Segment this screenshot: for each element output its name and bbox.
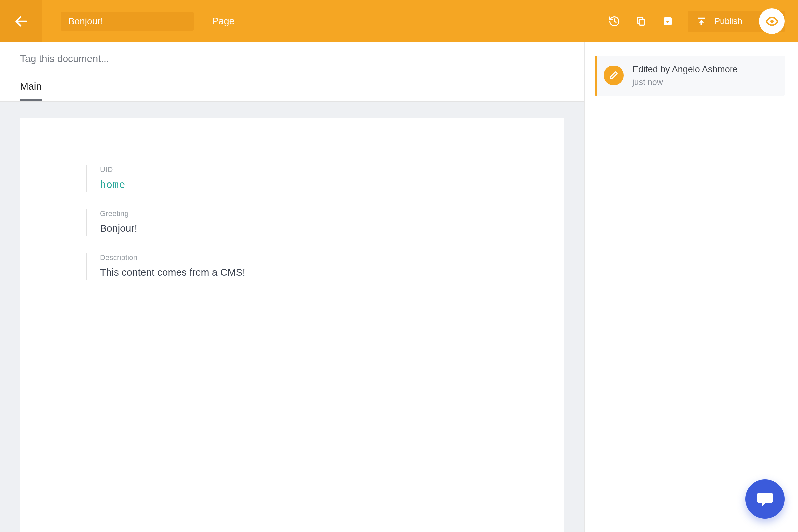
side-column: Edited by Angelo Ashmore just now <box>585 42 798 532</box>
pencil-icon <box>609 71 619 80</box>
field-description-value[interactable]: This content comes from a CMS! <box>100 267 517 278</box>
history-button[interactable] <box>608 15 621 28</box>
field-description-label: Description <box>100 253 517 262</box>
upload-icon <box>696 16 706 26</box>
field-greeting-label: Greeting <box>100 209 517 218</box>
arrow-left-icon <box>14 14 29 29</box>
field-description[interactable]: Description This content comes from a CM… <box>87 253 517 280</box>
field-indicator <box>87 165 88 192</box>
activity-time: just now <box>632 77 738 87</box>
app-header: Bonjour! Page <box>0 0 798 42</box>
main-column: Tag this document... Main UID home <box>0 42 585 532</box>
activity-title: Edited by Angelo Ashmore <box>632 64 738 75</box>
svg-rect-1 <box>639 19 645 25</box>
field-indicator <box>87 209 88 236</box>
preview-button[interactable] <box>759 8 785 34</box>
editor-canvas-wrap: UID home Greeting Bonjour! Description <box>0 102 584 532</box>
tab-main-label: Main <box>20 81 41 92</box>
publish-label: Publish <box>714 16 749 26</box>
document-type-label: Page <box>212 16 235 26</box>
tag-input[interactable]: Tag this document... <box>0 42 584 74</box>
eye-icon <box>765 15 779 28</box>
tab-main[interactable]: Main <box>20 81 41 101</box>
archive-icon <box>662 16 673 26</box>
back-button[interactable] <box>0 0 42 42</box>
field-greeting[interactable]: Greeting Bonjour! <box>87 209 517 236</box>
copy-icon <box>635 16 647 27</box>
svg-point-5 <box>771 20 774 23</box>
field-uid[interactable]: UID home <box>87 165 517 192</box>
tabs-bar: Main <box>0 74 584 102</box>
document-title-input[interactable]: Bonjour! <box>60 12 193 31</box>
svg-rect-4 <box>698 17 705 19</box>
activity-item[interactable]: Edited by Angelo Ashmore just now <box>594 56 785 96</box>
history-icon <box>608 15 621 27</box>
activity-edit-icon-wrap <box>604 65 624 86</box>
document-title-text: Bonjour! <box>69 16 103 26</box>
tag-placeholder: Tag this document... <box>20 53 109 64</box>
editor-canvas: UID home Greeting Bonjour! Description <box>20 118 564 532</box>
publish-button[interactable]: Publish <box>688 11 785 32</box>
field-uid-value[interactable]: home <box>100 178 517 190</box>
field-indicator <box>87 253 88 280</box>
field-greeting-value[interactable]: Bonjour! <box>100 223 517 234</box>
copy-button[interactable] <box>634 15 648 28</box>
chat-icon <box>756 490 774 508</box>
header-actions: Publish <box>608 11 798 32</box>
field-uid-label: UID <box>100 165 517 174</box>
chat-button[interactable] <box>745 479 785 519</box>
archive-button[interactable] <box>661 15 674 28</box>
